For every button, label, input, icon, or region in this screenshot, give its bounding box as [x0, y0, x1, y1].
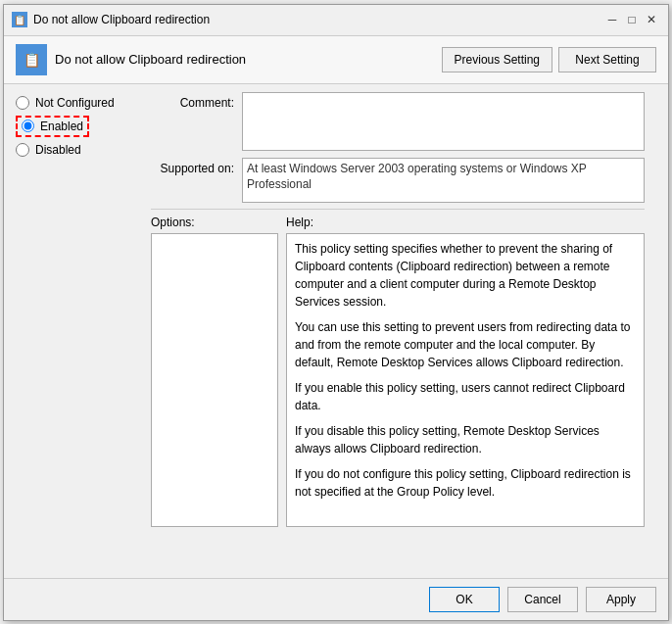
header-icon: 📋 — [16, 44, 47, 75]
header-title: Do not allow Clipboard redirection — [55, 52, 246, 67]
enabled-wrapper: Enabled — [16, 116, 89, 137]
options-box — [151, 233, 278, 527]
radio-not-configured-input[interactable] — [16, 96, 29, 110]
window-title: Do not allow Clipboard redirection — [33, 13, 210, 26]
apply-button[interactable]: Apply — [586, 587, 656, 612]
top-fields: Comment: Supported on: At least Windows … — [151, 92, 645, 203]
radio-group: Not Configured Enabled Disabled — [16, 96, 143, 157]
comment-field-row: Comment: — [151, 92, 645, 154]
radio-disabled-input[interactable] — [16, 143, 29, 157]
left-panel: Not Configured Enabled Disabled — [16, 92, 143, 570]
close-button[interactable]: ✕ — [643, 11, 660, 28]
previous-setting-button[interactable]: Previous Setting — [442, 47, 552, 72]
comment-label: Comment: — [151, 92, 234, 110]
header-icon-title: 📋 Do not allow Clipboard redirection — [16, 44, 246, 75]
ok-button[interactable]: OK — [429, 587, 500, 612]
supported-label: Supported on: — [151, 158, 234, 175]
comment-textarea[interactable] — [242, 92, 645, 151]
right-main-area: Comment: Supported on: At least Windows … — [151, 92, 656, 570]
next-setting-button[interactable]: Next Setting — [558, 47, 656, 72]
radio-not-configured[interactable]: Not Configured — [16, 96, 143, 110]
help-paragraph: This policy setting specifies whether to… — [295, 240, 636, 311]
title-bar: 📋 Do not allow Clipboard redirection ─ □… — [4, 5, 668, 36]
bottom-section: Options: Help: This policy setting speci… — [151, 209, 645, 570]
main-window: 📋 Do not allow Clipboard redirection ─ □… — [3, 4, 669, 621]
radio-disabled-label: Disabled — [35, 143, 81, 157]
window-icon: 📋 — [12, 12, 27, 27]
options-section: Options: — [151, 216, 278, 570]
header-bar: 📋 Do not allow Clipboard redirection Pre… — [4, 36, 668, 84]
title-bar-left: 📋 Do not allow Clipboard redirection — [12, 12, 210, 27]
minimize-button[interactable]: ─ — [603, 11, 621, 28]
help-box: This policy setting specifies whether to… — [286, 233, 645, 527]
radio-enabled-input[interactable] — [22, 120, 34, 132]
options-title: Options: — [151, 216, 278, 229]
title-controls: ─ □ ✕ — [603, 11, 660, 28]
content-area: Not Configured Enabled Disabled — [4, 84, 668, 578]
radio-not-configured-label: Not Configured — [35, 96, 115, 110]
help-paragraph: If you disable this policy setting, Remo… — [295, 422, 636, 457]
maximize-button[interactable]: □ — [623, 11, 641, 28]
help-paragraph: If you enable this policy setting, users… — [295, 379, 636, 414]
help-paragraph: You can use this setting to prevent user… — [295, 318, 636, 371]
radio-enabled-label: Enabled — [40, 120, 83, 133]
help-section: Help: This policy setting specifies whet… — [286, 216, 645, 570]
radio-disabled[interactable]: Disabled — [16, 143, 143, 157]
footer: OK Cancel Apply — [4, 578, 668, 620]
help-title: Help: — [286, 216, 645, 229]
comment-textarea-wrapper — [242, 92, 645, 154]
supported-field-row: Supported on: At least Windows Server 20… — [151, 158, 645, 203]
cancel-button[interactable]: Cancel — [507, 587, 578, 612]
help-paragraph: If you do not configure this policy sett… — [295, 465, 636, 501]
supported-text-area: At least Windows Server 2003 operating s… — [242, 158, 645, 203]
header-buttons: Previous Setting Next Setting — [442, 47, 656, 72]
supported-text: At least Windows Server 2003 operating s… — [247, 162, 587, 192]
